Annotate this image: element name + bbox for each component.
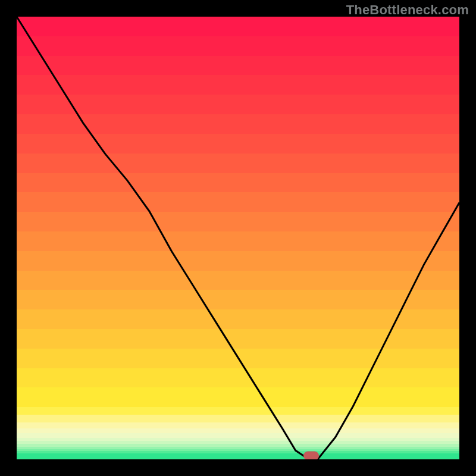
chart-frame: TheBottleneck.com: [0, 0, 476, 476]
plot-area: [17, 17, 459, 459]
optimum-marker: [303, 452, 319, 459]
watermark-text: TheBottleneck.com: [346, 2, 469, 18]
curve-layer: [17, 17, 459, 459]
bottleneck-curve: [17, 17, 459, 459]
